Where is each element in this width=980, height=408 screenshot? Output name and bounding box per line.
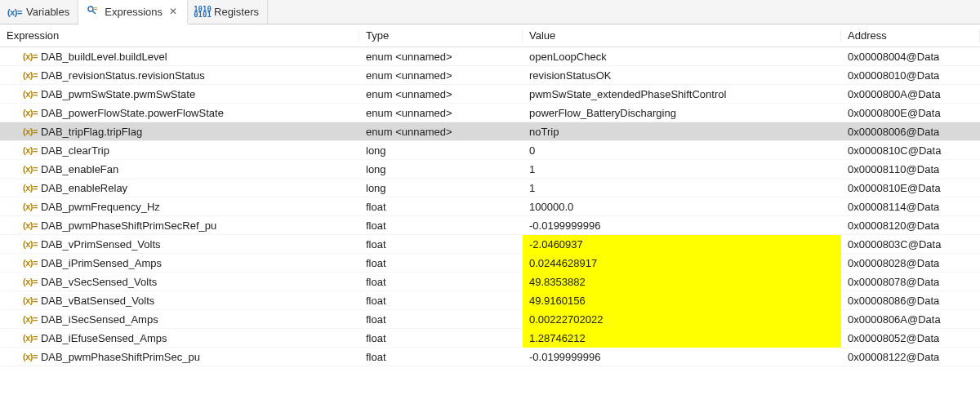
expression-icon: (x)= <box>23 295 38 305</box>
table-row[interactable]: (x)=DAB_enableFanlong10x00008110@Data <box>0 160 980 179</box>
expression-name: DAB_pwmSwState.pwmSwState <box>41 88 195 100</box>
expression-icon: (x)= <box>23 126 38 136</box>
value-cell[interactable]: 49.8353882 <box>523 273 841 291</box>
value-text: 0.0244628917 <box>523 254 841 273</box>
table-row[interactable]: (x)=DAB_tripFlag.tripFlagenum <unnamed>n… <box>0 122 980 141</box>
value-cell[interactable]: 1 <box>523 163 841 175</box>
value-text: -0.0199999996 <box>523 351 607 363</box>
expression-name: DAB_revisionStatus.revisionStatus <box>41 69 205 82</box>
type-cell: float <box>359 332 523 344</box>
expression-icon: (x)= <box>23 202 38 211</box>
address-cell: 0x00008086@Data <box>841 295 980 307</box>
value-cell[interactable]: 0.00222702022 <box>523 310 841 329</box>
expression-icon: (x)= <box>23 89 38 99</box>
value-cell[interactable]: 0.0244628917 <box>523 254 841 273</box>
tab-label: Expressions <box>105 6 163 18</box>
expression-cell: (x)=DAB_buildLevel.buildLevel <box>0 51 359 63</box>
type-cell: float <box>359 351 523 363</box>
tab-registers[interactable]: 10100101 Registers <box>188 0 268 24</box>
value-text: openLoopCheck <box>523 51 613 63</box>
value-cell[interactable]: 1.28746212 <box>523 329 841 348</box>
value-cell[interactable]: -2.0460937 <box>523 235 841 254</box>
expression-name: DAB_pwmFrequency_Hz <box>41 201 160 213</box>
value-text: 0.00222702022 <box>523 310 841 329</box>
table-row[interactable]: (x)=DAB_iEfuseSensed_Ampsfloat1.28746212… <box>0 329 980 348</box>
address-cell: 0x00008114@Data <box>841 201 980 213</box>
table-row[interactable]: (x)=DAB_iPrimSensed_Ampsfloat0.024462891… <box>0 254 980 273</box>
expression-name: DAB_iPrimSensed_Amps <box>41 257 162 269</box>
table-row[interactable]: (x)=DAB_buildLevel.buildLevelenum <unnam… <box>0 47 980 66</box>
table-row[interactable]: (x)=DAB_pwmPhaseShiftPrimSec_pufloat-0.0… <box>0 348 980 366</box>
table-row[interactable]: (x)=DAB_powerFlowState.powerFlowStateenu… <box>0 104 980 122</box>
table-row[interactable]: (x)=DAB_vPrimSensed_Voltsfloat-2.0460937… <box>0 235 980 254</box>
value-text: powerFlow_BatteryDischarging <box>523 107 683 119</box>
svg-line-1 <box>93 11 96 15</box>
table-row[interactable]: (x)=DAB_revisionStatus.revisionStatusenu… <box>0 66 980 85</box>
expression-cell: (x)=DAB_enableRelay <box>0 182 359 194</box>
value-cell[interactable]: 1 <box>523 182 841 194</box>
expression-name: DAB_buildLevel.buildLevel <box>41 51 167 63</box>
expression-name: DAB_pwmPhaseShiftPrimSec_pu <box>41 351 200 363</box>
expression-name: DAB_powerFlowState.powerFlowState <box>41 107 224 119</box>
value-text: -0.0199999996 <box>523 220 607 232</box>
value-cell[interactable]: noTrip <box>523 126 841 138</box>
expression-icon: (x)= <box>23 183 38 193</box>
expression-icon: (x)= <box>23 51 38 61</box>
table-row[interactable]: (x)=DAB_vBatSensed_Voltsfloat49.91601560… <box>0 291 980 310</box>
table-row[interactable]: (x)=DAB_iSecSensed_Ampsfloat0.0022270202… <box>0 310 980 329</box>
expression-cell: (x)=DAB_pwmFrequency_Hz <box>0 201 359 213</box>
header-value[interactable]: Value <box>523 29 841 42</box>
expressions-table: (x)=DAB_buildLevel.buildLevelenum <unnam… <box>0 47 980 366</box>
expression-cell: (x)=DAB_vPrimSensed_Volts <box>0 238 359 251</box>
value-cell[interactable]: revisionStatusOK <box>523 69 841 82</box>
expressions-icon: = <box>87 5 100 18</box>
header-type[interactable]: Type <box>359 29 523 42</box>
tab-variables[interactable]: (x)= Variables <box>0 0 78 24</box>
expression-cell: (x)=DAB_pwmPhaseShiftPrimSec_pu <box>0 351 359 363</box>
address-cell: 0x00008004@Data <box>841 51 980 63</box>
tab-expressions[interactable]: = Expressions ✕ <box>78 0 188 24</box>
expression-name: DAB_iSecSensed_Amps <box>41 313 158 326</box>
expression-cell: (x)=DAB_vSecSensed_Volts <box>0 276 359 288</box>
expression-icon: (x)= <box>23 164 38 174</box>
expression-cell: (x)=DAB_iPrimSensed_Amps <box>0 257 359 269</box>
header-address[interactable]: Address <box>841 29 980 42</box>
address-cell: 0x00008110@Data <box>841 163 980 175</box>
close-icon[interactable]: ✕ <box>167 6 179 17</box>
value-text: 1 <box>523 182 541 194</box>
value-cell[interactable]: 49.9160156 <box>523 291 841 310</box>
address-cell: 0x00008120@Data <box>841 220 980 232</box>
address-cell: 0x00008028@Data <box>841 257 980 269</box>
table-row[interactable]: (x)=DAB_enableRelaylong10x0000810E@Data <box>0 179 980 197</box>
table-row[interactable]: (x)=DAB_vSecSensed_Voltsfloat49.83538820… <box>0 273 980 291</box>
value-text: 100000.0 <box>523 201 580 213</box>
table-row[interactable]: (x)=DAB_pwmFrequency_Hzfloat100000.00x00… <box>0 197 980 216</box>
value-cell[interactable]: -0.0199999996 <box>523 351 841 363</box>
expression-name: DAB_pwmPhaseShiftPrimSecRef_pu <box>41 220 216 232</box>
expression-cell: (x)=DAB_iSecSensed_Amps <box>0 313 359 326</box>
value-cell[interactable]: 0 <box>523 144 841 157</box>
expression-icon: (x)= <box>23 70 38 80</box>
tab-bar: (x)= Variables = Expressions ✕ 10100101 … <box>0 0 980 24</box>
value-cell[interactable]: 100000.0 <box>523 201 841 213</box>
type-cell: enum <unnamed> <box>359 88 523 100</box>
address-cell: 0x00008006@Data <box>841 126 980 138</box>
value-cell[interactable]: powerFlow_BatteryDischarging <box>523 107 841 119</box>
table-row[interactable]: (x)=DAB_pwmPhaseShiftPrimSecRef_pufloat-… <box>0 216 980 235</box>
table-row[interactable]: (x)=DAB_clearTriplong00x0000810C@Data <box>0 141 980 160</box>
expression-cell: (x)=DAB_pwmSwState.pwmSwState <box>0 88 359 100</box>
table-row[interactable]: (x)=DAB_pwmSwState.pwmSwStateenum <unnam… <box>0 85 980 104</box>
type-cell: long <box>359 144 523 157</box>
address-cell: 0x0000800E@Data <box>841 107 980 119</box>
expression-cell: (x)=DAB_vBatSensed_Volts <box>0 295 359 307</box>
value-text: 1 <box>523 163 541 175</box>
expression-name: DAB_clearTrip <box>41 144 109 157</box>
value-cell[interactable]: openLoopCheck <box>523 51 841 63</box>
value-text: pwmSwState_extendedPhaseShiftControl <box>523 88 733 100</box>
type-cell: long <box>359 163 523 175</box>
value-cell[interactable]: pwmSwState_extendedPhaseShiftControl <box>523 88 841 100</box>
value-cell[interactable]: -0.0199999996 <box>523 220 841 232</box>
variables-icon: (x)= <box>8 6 21 19</box>
expression-cell: (x)=DAB_powerFlowState.powerFlowState <box>0 107 359 119</box>
header-expression[interactable]: Expression <box>0 29 359 42</box>
